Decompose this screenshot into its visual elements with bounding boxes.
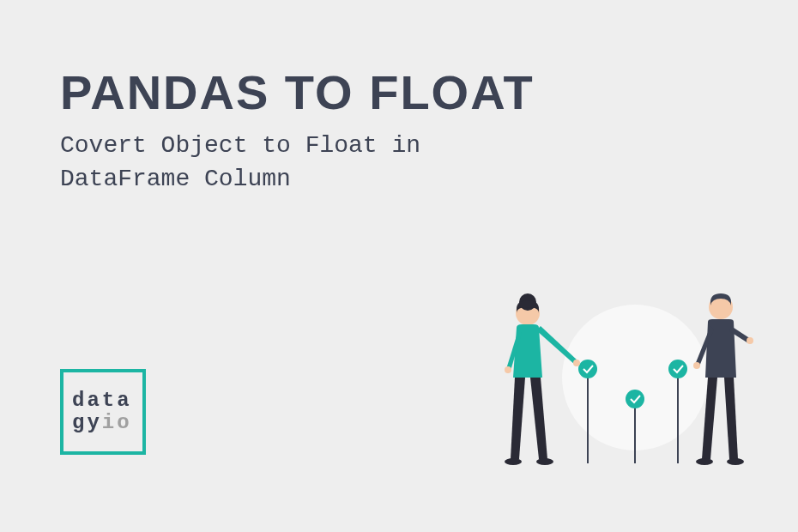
- svg-point-11: [536, 458, 553, 465]
- svg-point-15: [696, 458, 713, 465]
- logo-text-line-1: data: [72, 390, 132, 412]
- svg-point-1: [578, 360, 597, 378]
- logo-io-text: io: [102, 411, 132, 434]
- subtitle-line-1: Covert Object to Float in: [60, 132, 420, 159]
- svg-point-9: [505, 366, 511, 373]
- logo-gy-text: gy: [72, 411, 102, 434]
- subtitle-line-2: DataFrame Column: [60, 166, 291, 192]
- svg-point-16: [727, 458, 744, 465]
- svg-point-5: [668, 360, 687, 378]
- people-illustration: [463, 266, 755, 498]
- svg-point-8: [573, 360, 580, 366]
- svg-point-10: [505, 458, 522, 465]
- svg-point-3: [626, 390, 644, 408]
- datagy-logo: data gyio: [60, 369, 146, 455]
- page-subtitle: Covert Object to Float in DataFrame Colu…: [60, 129, 420, 196]
- svg-point-13: [747, 337, 753, 344]
- logo-text-line-2: gyio: [72, 412, 132, 434]
- page-title: PANDAS TO FLOAT: [60, 64, 535, 120]
- svg-point-14: [693, 362, 700, 369]
